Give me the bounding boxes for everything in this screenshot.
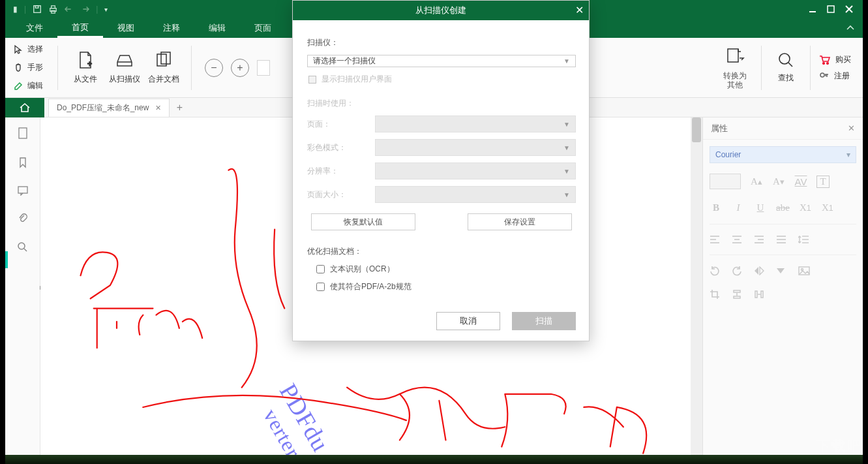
char-spacing-icon[interactable]: AV: [794, 176, 807, 187]
edit-tool[interactable]: 编辑: [13, 78, 43, 94]
align-justify-icon[interactable]: [776, 235, 789, 244]
svg-point-15: [823, 63, 825, 65]
app-close-button[interactable]: [841, 3, 858, 16]
image-icon[interactable]: [798, 266, 811, 275]
buy-button[interactable]: 购买: [818, 54, 851, 65]
align-left-icon[interactable]: [710, 235, 723, 244]
svg-line-14: [788, 63, 792, 67]
svg-rect-46: [761, 291, 763, 298]
save-icon[interactable]: [33, 5, 42, 14]
svg-line-21: [24, 249, 27, 251]
undo-icon[interactable]: [65, 5, 74, 13]
font-shrink-icon[interactable]: A▾: [772, 176, 785, 187]
rotate-cw-icon[interactable]: [732, 266, 745, 276]
zoom-in-button[interactable]: +: [231, 59, 249, 77]
crop-icon[interactable]: [710, 289, 723, 300]
restore-defaults-button[interactable]: 恢复默认值: [311, 213, 415, 230]
from-file-button[interactable]: + 从文件: [66, 50, 105, 85]
font-grow-icon[interactable]: A▴: [750, 176, 763, 187]
print-icon[interactable]: [48, 5, 58, 14]
properties-title: 属性: [711, 123, 728, 134]
cancel-button[interactable]: 取消: [436, 312, 500, 330]
text-box-icon[interactable]: T: [816, 176, 830, 188]
align-center-icon[interactable]: [732, 235, 745, 244]
buy-label: 购买: [835, 54, 851, 65]
superscript-icon[interactable]: X1: [799, 202, 812, 213]
menu-page[interactable]: 页面: [240, 18, 286, 38]
merge-label: 合并文档: [148, 74, 179, 85]
strikethrough-icon[interactable]: abe: [776, 202, 790, 213]
select-label: 选择: [27, 44, 43, 55]
close-tab-icon[interactable]: ✕: [155, 104, 161, 112]
scan-button[interactable]: 扫描: [512, 312, 576, 330]
optimize-label: 优化扫描文档：: [307, 246, 576, 257]
nav-active-marker: [5, 251, 8, 268]
find-label: 查找: [778, 72, 794, 84]
page-select[interactable]: ▼: [375, 116, 576, 132]
document-tab-label: Do_PDF压缩_未命名_new: [57, 102, 149, 114]
bookmarks-icon[interactable]: [18, 157, 28, 168]
qat-more-icon[interactable]: ▾: [104, 6, 108, 13]
line-spacing-icon[interactable]: [798, 235, 811, 244]
distribute-h-icon[interactable]: [754, 289, 767, 300]
font-size-box[interactable]: [710, 174, 741, 189]
rotate-ccw-icon[interactable]: [710, 266, 723, 276]
flip-h-icon[interactable]: [754, 266, 767, 275]
ribbon-collapse-icon[interactable]: [846, 23, 855, 35]
qat-sep: |: [24, 5, 26, 14]
align-right-icon[interactable]: [754, 235, 767, 244]
merge-button[interactable]: 合并文档: [144, 50, 183, 85]
from-scanner-button[interactable]: 从扫描仪: [105, 50, 144, 85]
ocr-checkbox[interactable]: [316, 265, 325, 273]
show-ui-checkbox[interactable]: [308, 76, 316, 84]
subscript-icon[interactable]: X1: [821, 202, 834, 213]
svg-rect-42: [734, 290, 740, 292]
find-button[interactable]: 查找: [770, 52, 802, 84]
color-mode-select[interactable]: ▼: [375, 139, 576, 156]
svg-rect-45: [755, 291, 757, 298]
svg-point-20: [18, 243, 25, 249]
scanner-select-placeholder: 请选择一个扫描仪: [313, 55, 376, 67]
underline-icon[interactable]: U: [754, 202, 767, 213]
resolution-select[interactable]: ▼: [375, 162, 576, 179]
menu-file[interactable]: 文件: [12, 18, 57, 38]
pdfa-checkbox[interactable]: [316, 283, 325, 291]
font-select[interactable]: Courier ▾: [710, 146, 856, 163]
document-tab[interactable]: Do_PDF压缩_未命名_new ✕: [48, 99, 170, 117]
svg-rect-43: [734, 296, 740, 298]
select-tool[interactable]: 选择: [13, 42, 43, 57]
minimize-button[interactable]: [804, 3, 821, 16]
page-size-select[interactable]: ▼: [375, 186, 576, 203]
search-nav-icon[interactable]: [17, 241, 28, 253]
italic-icon[interactable]: I: [732, 202, 745, 213]
properties-close-icon[interactable]: ✕: [848, 123, 855, 133]
scanner-select[interactable]: 请选择一个扫描仪 ▼: [307, 55, 576, 67]
register-label: 注册: [834, 70, 850, 82]
bold-icon[interactable]: B: [710, 202, 723, 213]
add-tab-button[interactable]: +: [170, 102, 189, 114]
flip-v-icon[interactable]: [776, 266, 789, 276]
home-tab[interactable]: [5, 98, 44, 117]
canvas-scrollbar[interactable]: [691, 117, 702, 457]
zoom-value-box[interactable]: [257, 60, 270, 76]
menu-edit[interactable]: 编辑: [194, 18, 240, 38]
attachments-icon[interactable]: [18, 213, 28, 224]
maximize-button[interactable]: [822, 3, 839, 16]
distribute-v-icon[interactable]: [732, 289, 745, 300]
register-button[interactable]: 注册: [818, 70, 851, 82]
resolution-label: 分辨率：: [307, 166, 370, 177]
convert-other-button[interactable]: 转换为 其他: [717, 46, 753, 89]
comments-icon[interactable]: [17, 185, 29, 196]
save-settings-button[interactable]: 保存设置: [468, 213, 572, 230]
thumbnails-icon[interactable]: [17, 127, 29, 140]
menu-annotate[interactable]: 注释: [149, 18, 194, 38]
redo-icon[interactable]: [80, 5, 89, 13]
page-label: 页面：: [307, 119, 370, 130]
svg-marker-39: [777, 268, 785, 273]
hand-tool[interactable]: 手形: [13, 60, 43, 76]
menu-view[interactable]: 视图: [103, 18, 149, 38]
dialog-close-icon[interactable]: ✕: [575, 4, 584, 16]
from-file-label: 从文件: [74, 74, 97, 85]
menu-home[interactable]: 首页: [57, 18, 103, 38]
zoom-out-button[interactable]: −: [205, 59, 223, 77]
